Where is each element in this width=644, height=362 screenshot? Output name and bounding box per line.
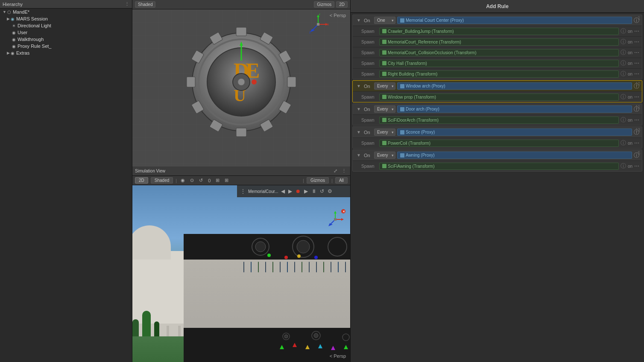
spawn-info-1-1[interactable]: ⓘ (621, 38, 626, 46)
rule-10-on-label: On (364, 84, 372, 89)
rule-13-toggle-btn[interactable]: ▼ (355, 129, 362, 135)
rule-1-dropdown[interactable]: One Every (374, 17, 395, 24)
scene-shaded-btn[interactable]: Shaded (135, 1, 155, 8)
scene-canvas[interactable]: Y X Z < Persp (132, 9, 350, 166)
rule-5-dropdown-wrapper[interactable]: Every One (374, 152, 395, 159)
sim-shaded-btn[interactable]: Shaded (151, 177, 173, 184)
sidebar-item-extras[interactable]: ▶ ◉ Extras (0, 50, 132, 56)
sidebar-item-user[interactable]: ◉ User (0, 29, 132, 36)
sim-view-label: Simulation View (135, 169, 165, 173)
spawn-info-13-0[interactable]: ⓘ (621, 139, 626, 147)
all-btn[interactable]: All (335, 177, 348, 184)
arch-window (272, 262, 273, 272)
svg-point-30 (252, 79, 257, 85)
sim-canvas[interactable]: ✕ < Persp (132, 185, 350, 362)
spawn-dots-11-0[interactable]: ⋯ (634, 117, 639, 123)
rule-11-number: 11 (635, 105, 642, 109)
spawn-text-11-0: SciFiDoorArch (Transform) (388, 118, 439, 123)
rule-1-proxy-label: Memorial Court Center (Proxy) (406, 18, 464, 23)
spawn-badge-1-2: MemorialCourt_CollisionOcclusion (Transf… (379, 49, 619, 56)
persp-label: < Persp (330, 13, 346, 18)
spawn-info-1-2[interactable]: ⓘ (621, 49, 626, 56)
svg-rect-17 (236, 128, 246, 137)
rule-1-toggle-btn[interactable]: ▼ (355, 18, 362, 23)
extras-label: Extras (16, 50, 29, 55)
sim-icon2-btn[interactable]: ⊙ (189, 177, 195, 184)
sim-dots-btn[interactable]: ⋮ (340, 168, 348, 174)
spawn-dots-1-4[interactable]: ⋯ (634, 71, 639, 77)
sidebar-item-proxy-rule-set[interactable]: ◉ Proxy Rule Set_ (0, 43, 132, 50)
rule-5-toggle-btn[interactable]: ▼ (355, 152, 362, 158)
pause-btn[interactable]: ⏸ (310, 187, 317, 195)
rule-11-dropdown[interactable]: Every One (374, 105, 395, 113)
light-icon: ☀ (12, 23, 16, 28)
step-fwd-btn[interactable]: ▶ (287, 187, 293, 195)
sim-expand-btn[interactable]: ⤢ (332, 168, 339, 174)
gizmos-btn[interactable]: Gizmos (314, 1, 334, 8)
sim-icon1-btn[interactable]: ◉ (179, 177, 186, 184)
spawn-dots-1-1[interactable]: ⋯ (634, 39, 639, 45)
sim-2d-btn[interactable]: 2D (135, 177, 148, 184)
spawn-label-4: Spawn (361, 72, 378, 76)
sim-icon5-btn[interactable]: ⊞ (214, 177, 221, 184)
settings-playback-btn[interactable]: ⚙ (327, 187, 333, 195)
proxy-icon-1 (400, 18, 404, 23)
sim-icon4-btn[interactable]: 0 (207, 178, 212, 184)
gizmos-label-btn[interactable]: Gizmos (307, 177, 329, 184)
spawn-dots-5-0[interactable]: ⋯ (634, 163, 639, 169)
sim-icon3-btn[interactable]: ↺ (198, 177, 204, 184)
spawn-dots-1-2[interactable]: ⋯ (634, 50, 639, 55)
spawn-info-1-4[interactable]: ⓘ (621, 70, 626, 78)
spawn-info-1-0[interactable]: ⓘ (621, 27, 626, 35)
sidebar-item-directional-light[interactable]: ☀ Directional Light (0, 22, 132, 29)
rule-13-dropdown[interactable]: Every One (374, 128, 395, 136)
scene-mode-btn[interactable]: 2D (336, 1, 348, 8)
spawn-dots-1-3[interactable]: ⋯ (634, 60, 639, 66)
spawn-dots-10-0[interactable]: ⋯ (634, 94, 639, 100)
spawn-label-3: Spawn (361, 61, 378, 66)
sim-icon6-btn[interactable]: ⊞ (223, 177, 230, 184)
rule-5-dropdown[interactable]: Every One (374, 152, 395, 159)
gear-object: D U E (177, 18, 305, 146)
hierarchy-menu-icon[interactable]: ⋮ (125, 1, 129, 7)
spawn-badge-10-0: Window prop (Transform) (379, 93, 619, 101)
playback-dots-btn[interactable]: ⋮ (240, 187, 246, 195)
sidebar-item-walkthrough[interactable]: ◉ Walkthrough (0, 36, 132, 43)
rule-10-dropdown[interactable]: Every One (374, 82, 395, 90)
spawn-badge-13-0: PowerCoil (Transform) (379, 140, 619, 147)
spawn-info-5-0[interactable]: ⓘ (621, 162, 626, 170)
city-background (132, 185, 350, 362)
spawn-dots-1-0[interactable]: ⋯ (634, 28, 639, 34)
spawn-text-1-0: Crawler_BuildingJump (Transform) (388, 29, 454, 34)
spawn-info-1-3[interactable]: ⓘ (621, 59, 626, 67)
step-back-btn[interactable]: ◀ (280, 187, 286, 195)
spawn-row-1-4: Spawn Right Building (Transform) ⓘ on ⋯ (353, 68, 642, 79)
scene-toolbar: Shaded Gizmos 2D (132, 0, 350, 9)
rule-13-dropdown-wrapper[interactable]: Every One (374, 128, 395, 136)
rule-10-number: 10 (635, 82, 642, 86)
spawn-badge-5-0: SciFiAwning (Transform) (379, 163, 619, 170)
rule-1-dropdown-wrapper[interactable]: One Every (374, 17, 395, 24)
rule-11-dropdown-wrapper[interactable]: Every One (374, 105, 395, 113)
record-btn[interactable]: ⏺ (295, 187, 302, 195)
loop-btn[interactable]: ↺ (319, 187, 325, 195)
spawn-dots-13-0[interactable]: ⋯ (634, 140, 639, 146)
user-label: User (18, 30, 27, 35)
rule-11-toggle-btn[interactable]: ▼ (355, 106, 362, 112)
svg-rect-45 (184, 328, 350, 362)
rule-row-5: ▼ On Every One Awning (Proxy) ⓘ 5 (353, 150, 642, 161)
rule-10-dropdown-wrapper[interactable]: Every One (374, 82, 395, 90)
spawn-row-1-3: Spawn City Hall (Transform) ⓘ on ⋯ (353, 58, 642, 68)
spawn-info-11-0[interactable]: ⓘ (621, 116, 626, 124)
rule-row-11: ▼ On Every One Door arch (Proxy) ⓘ 11 (353, 104, 642, 114)
rule-10-toggle-btn[interactable]: ▼ (355, 83, 362, 89)
hierarchy-item-root[interactable]: ▼ ⬡ MandE* (0, 9, 132, 15)
rule-11-proxy-badge: Door arch (Proxy) (397, 105, 632, 113)
play-btn[interactable]: ▶ (303, 187, 309, 195)
arch-window (338, 262, 339, 272)
svg-marker-61 (341, 218, 344, 221)
mars-arrow-icon: ▶ (7, 17, 10, 21)
svg-text:Y: Y (319, 14, 321, 16)
sidebar-item-mars-session[interactable]: ▶ ◉ MARS Session (0, 15, 132, 22)
spawn-info-10-0[interactable]: ⓘ (621, 93, 626, 101)
